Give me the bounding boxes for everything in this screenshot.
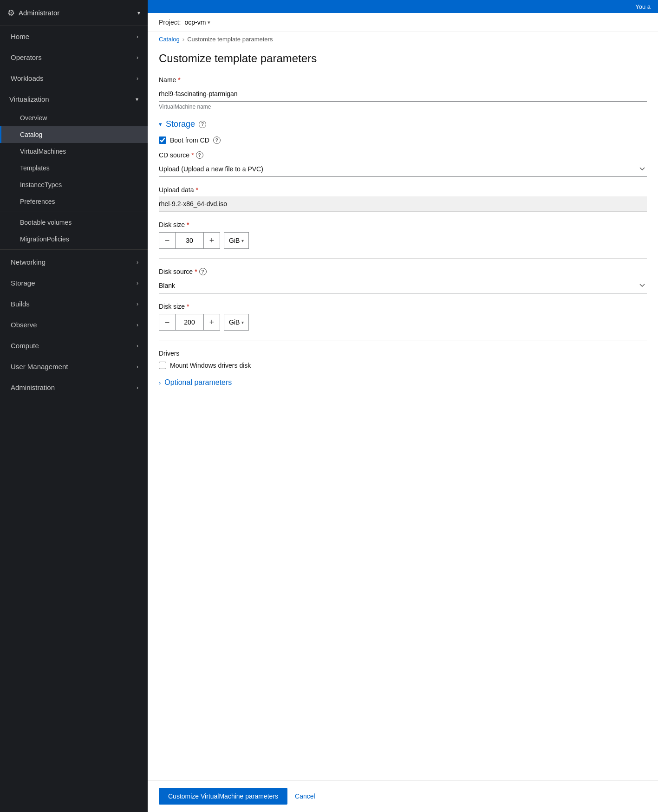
sidebar-item-operators[interactable]: Operators › — [0, 47, 148, 68]
project-dropdown-arrow: ▾ — [208, 19, 210, 26]
storage-toggle-arrow[interactable]: ▾ — [159, 121, 162, 128]
page-title: Customize template parameters — [159, 52, 647, 65]
disk-source-help-icon[interactable]: ? — [199, 268, 207, 275]
footer-bar: Customize VirtualMachine parameters Canc… — [148, 780, 658, 812]
chevron-right-icon-home: › — [137, 33, 138, 40]
upload-data-label: Upload data * — [159, 186, 647, 194]
disk-size-1-input[interactable] — [176, 232, 203, 249]
sidebar-item-label-compute: Compute — [11, 342, 39, 350]
sidebar-item-virtual-machines[interactable]: VirtualMachines — [0, 143, 148, 160]
boot-from-cd-help-icon[interactable]: ? — [213, 136, 221, 144]
sidebar-item-label-operators: Operators — [11, 53, 42, 61]
disk-source-label: Disk source * ? — [159, 268, 647, 275]
sidebar-item-label-user-management: User Management — [11, 363, 68, 370]
upload-data-required-star: * — [196, 186, 198, 194]
sidebar-item-label-builds: Builds — [11, 300, 30, 308]
cd-source-label: CD source * ? — [159, 151, 647, 159]
disk-size-1-required-star: * — [187, 221, 189, 228]
disk-size-2-increment-button[interactable]: + — [203, 314, 220, 331]
chevron-right-icon-networking: › — [137, 259, 138, 266]
chevron-right-icon-observe: › — [137, 322, 138, 328]
top-bar-user-text: You a — [635, 3, 651, 10]
name-label: Name * — [159, 76, 647, 84]
sidebar-subitem-label-preferences: Preferences — [20, 198, 55, 205]
chevron-right-icon-builds: › — [137, 301, 138, 307]
sidebar-divider-2 — [0, 249, 148, 250]
boot-from-cd-checkbox[interactable] — [159, 136, 166, 144]
cd-source-group: CD source * ? Upload (Upload a new file … — [159, 151, 647, 177]
sidebar-item-label-home: Home — [11, 32, 29, 40]
breadcrumb-separator: › — [182, 36, 184, 43]
disk-size-1-decrement-button[interactable]: − — [159, 232, 176, 249]
disk-size-2-unit-arrow: ▾ — [241, 320, 244, 325]
disk-size-1-unit-arrow: ▾ — [241, 238, 244, 243]
storage-divider-2 — [159, 340, 647, 340]
breadcrumb-current: Customize template parameters — [187, 36, 273, 43]
sidebar-item-label-storage: Storage — [11, 279, 35, 287]
sidebar-item-overview[interactable]: Overview — [0, 110, 148, 126]
sidebar-item-catalog[interactable]: Catalog — [0, 126, 148, 143]
project-bar: Project: ocp-vm ▾ — [148, 13, 658, 32]
name-required-star: * — [178, 76, 180, 84]
cd-source-help-icon[interactable]: ? — [196, 151, 203, 159]
disk-size-2-unit-label: GiB — [229, 318, 240, 326]
disk-size-1-increment-button[interactable]: + — [203, 232, 220, 249]
project-name: ocp-vm — [184, 19, 206, 26]
disk-size-2-unit-dropdown[interactable]: GiB ▾ — [224, 314, 249, 331]
sidebar-item-home[interactable]: Home › — [0, 26, 148, 47]
sidebar-item-administration[interactable]: Administration › — [0, 377, 148, 398]
storage-section-header: ▾ Storage ? — [159, 119, 647, 129]
sidebar-subitem-label-migration-policies: MigrationPolicies — [20, 235, 69, 243]
sidebar-item-instance-types[interactable]: InstanceTypes — [0, 176, 148, 193]
main-content: You a Project: ocp-vm ▾ Catalog › Custom… — [148, 0, 658, 812]
sidebar-item-observe[interactable]: Observe › — [0, 314, 148, 335]
cd-source-select[interactable]: Upload (Upload a new file to a PVC) — [159, 162, 647, 177]
optional-params-row[interactable]: › Optional parameters — [159, 378, 647, 387]
chevron-right-icon-user-management: › — [137, 364, 138, 370]
sidebar-item-storage[interactable]: Storage › — [0, 273, 148, 293]
sidebar-item-label-observe: Observe — [11, 321, 37, 329]
sidebar-item-bootable-volumes[interactable]: Bootable volumes — [0, 214, 148, 231]
chevron-down-icon-virtualization: ▾ — [136, 96, 138, 103]
storage-help-icon[interactable]: ? — [199, 121, 206, 128]
sidebar-subitem-label-templates: Templates — [20, 164, 50, 172]
project-dropdown[interactable]: ocp-vm ▾ — [184, 19, 210, 26]
disk-size-2-decrement-button[interactable]: − — [159, 314, 176, 331]
boot-from-cd-label[interactable]: Boot from CD — [170, 136, 209, 144]
sidebar-admin-title: Administrator — [19, 9, 134, 17]
sidebar-admin-header[interactable]: ⚙ Administrator ▾ — [0, 0, 148, 26]
disk-size-1-unit-dropdown[interactable]: GiB ▾ — [224, 232, 249, 249]
project-label: Project: — [159, 19, 181, 26]
disk-source-select[interactable]: Blank — [159, 278, 647, 293]
mount-windows-label[interactable]: Mount Windows drivers disk — [170, 362, 251, 369]
name-input[interactable] — [159, 86, 647, 102]
disk-size-2-required-star: * — [187, 303, 189, 310]
mount-windows-row: Mount Windows drivers disk — [159, 362, 647, 369]
sidebar-item-networking[interactable]: Networking › — [0, 252, 148, 273]
sidebar-divider-1 — [0, 212, 148, 212]
disk-size-1-label: Disk size * — [159, 221, 647, 228]
breadcrumb-catalog-link[interactable]: Catalog — [159, 36, 180, 43]
mount-windows-checkbox[interactable] — [159, 362, 166, 369]
sidebar-item-label-networking: Networking — [11, 258, 46, 266]
sidebar-admin-arrow: ▾ — [137, 10, 140, 16]
sidebar-subitem-label-instance-types: InstanceTypes — [20, 181, 62, 188]
sidebar-item-user-management[interactable]: User Management › — [0, 356, 148, 377]
sidebar-item-migration-policies[interactable]: MigrationPolicies — [0, 231, 148, 247]
customize-vm-params-button[interactable]: Customize VirtualMachine parameters — [159, 788, 287, 805]
sidebar-item-templates[interactable]: Templates — [0, 160, 148, 176]
chevron-right-icon-compute: › — [137, 343, 138, 349]
page-content: Customize template parameters Name * Vir… — [148, 45, 658, 780]
disk-size-2-input[interactable] — [176, 314, 203, 331]
sidebar-item-workloads[interactable]: Workloads › — [0, 68, 148, 89]
sidebar-item-virtualization[interactable]: Virtualization ▾ — [0, 89, 148, 110]
top-bar: You a — [148, 0, 658, 13]
disk-size-1-stepper: − + GiB ▾ — [159, 232, 647, 249]
chevron-right-icon-storage: › — [137, 280, 138, 286]
sidebar-item-builds[interactable]: Builds › — [0, 293, 148, 314]
sidebar-item-compute[interactable]: Compute › — [0, 335, 148, 356]
cancel-button[interactable]: Cancel — [295, 793, 315, 800]
gear-icon: ⚙ — [7, 8, 15, 18]
sidebar-item-preferences[interactable]: Preferences — [0, 193, 148, 210]
upload-data-input[interactable] — [159, 196, 647, 212]
